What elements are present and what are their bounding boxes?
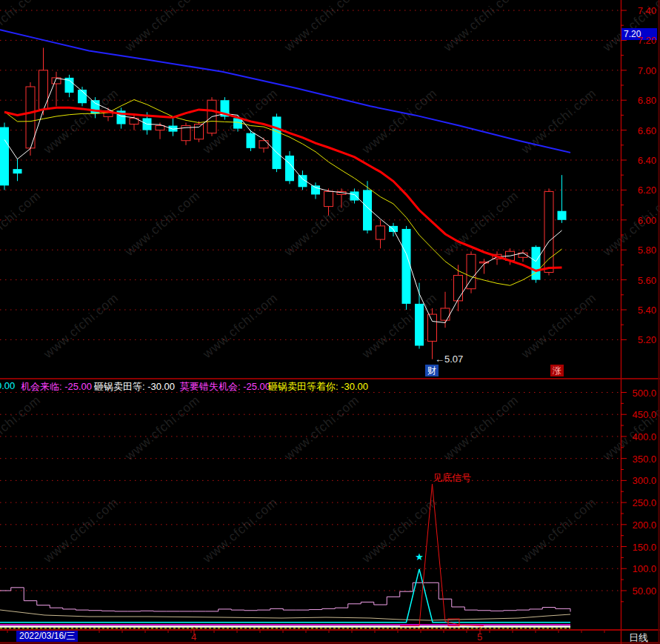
candle-body-down — [350, 191, 359, 200]
status-date: 2022/03/16/三 — [16, 631, 78, 642]
indicator-axis-label: 350.0 — [622, 454, 656, 465]
indicator-param-label: 0.00 — [0, 380, 15, 391]
low-price-annotation: ←5.07 — [435, 353, 463, 365]
indicator-axis-label: 50.00 — [622, 585, 656, 597]
candle-body-up — [376, 226, 385, 239]
month-axis-label: 5 — [477, 631, 482, 643]
price-axis-label: 6.80 — [622, 95, 656, 106]
indicator-axis-label: 250.0 — [622, 497, 656, 508]
price-axis-label: 6.20 — [622, 185, 656, 196]
indicator-axis-label: 100.0 — [622, 563, 656, 574]
indicator-axis-label: 200.0 — [622, 519, 656, 531]
indicator-axis-label: 150.0 — [622, 542, 656, 553]
indicator-param-label: 莫要错失机会: -25.00 — [180, 380, 270, 394]
candle-body-down — [311, 185, 320, 194]
price-axis-label: 6.00 — [622, 215, 656, 226]
candle-body-up — [324, 191, 333, 206]
candle-body-up — [156, 126, 164, 130]
price-axis-label: 5.40 — [622, 305, 656, 316]
price-axis-label: 5.80 — [622, 245, 656, 256]
price-axis-label: 7.20 — [622, 35, 656, 46]
indicator-axis-label: 300.0 — [622, 475, 656, 486]
candle-body-down — [402, 229, 411, 304]
bottom-signal-label: 见底信号 — [433, 471, 471, 485]
indicator-axis-label: 450.0 — [622, 409, 656, 420]
candle-body-up — [428, 314, 437, 341]
candle-body-up — [259, 141, 268, 148]
candle-body-down — [285, 156, 294, 181]
candle-body-down — [78, 90, 87, 103]
chart-canvas[interactable]: www.cfchi.comwww.cfchi.comwww.cfchi.comw… — [0, 0, 660, 644]
indicator-param-label: 砸锅卖田等: -30.00 — [94, 380, 175, 394]
candle-body-up — [441, 308, 450, 320]
indicator-axis-label: 500.0 — [622, 388, 656, 399]
indicator-param-label: 机会来临: -25.00 — [21, 380, 92, 394]
indicator-param-label: 砸锅卖田等着你: -30.00 — [268, 380, 368, 394]
corner-badge-zhang[interactable]: 涨 — [550, 365, 564, 376]
corner-badge-cai[interactable]: 财 — [425, 365, 439, 376]
candle-body-down — [13, 169, 22, 173]
candle-body-down — [273, 116, 281, 169]
price-axis-label: 5.20 — [622, 334, 656, 345]
price-axis-label: 6.40 — [622, 155, 656, 166]
candle-body-up — [544, 191, 553, 272]
candle-body-up — [454, 276, 463, 301]
indicator-axis-label: 400.0 — [622, 431, 656, 442]
candle-body-up — [195, 125, 204, 139]
price-axis-label: 6.60 — [622, 125, 656, 136]
price-axis-label: 5.60 — [622, 275, 656, 286]
price-axis-label: 7.00 — [622, 65, 656, 76]
candle-body-down — [247, 133, 256, 148]
candle-body-down — [558, 211, 567, 220]
price-axis-label: 7.40 — [622, 5, 656, 16]
candle-body-down — [0, 127, 9, 186]
month-axis-label: 4 — [191, 631, 196, 643]
candle-body-down — [415, 304, 424, 346]
candle-body-down — [532, 247, 541, 279]
period-selector[interactable]: 日线 — [629, 631, 648, 644]
stock-chart-app: www.cfchi.comwww.cfchi.comwww.cfchi.comw… — [0, 0, 660, 644]
star-marker: ★ — [415, 551, 424, 562]
